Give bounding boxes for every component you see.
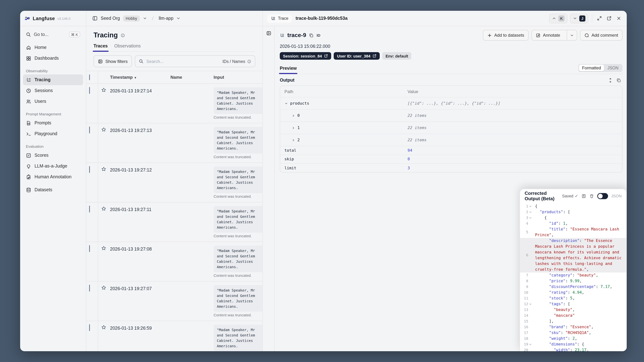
fold-chevron-icon[interactable] [529, 303, 532, 306]
tab-observations[interactable]: Observations [114, 44, 140, 52]
star-icon[interactable] [101, 127, 104, 132]
sidebar-item-home[interactable]: Home [23, 42, 83, 53]
org-chevron-down-icon[interactable] [143, 16, 147, 20]
json-toggle[interactable] [597, 193, 608, 199]
badge-session[interactable]: Session: session_84 [280, 52, 331, 60]
search-scope-label: IDs / Names [222, 59, 245, 64]
row-checkbox[interactable] [89, 285, 90, 292]
search-box[interactable]: IDs / Names [135, 55, 255, 67]
row-checkbox[interactable] [89, 324, 90, 331]
output-row[interactable]: total 94 [280, 146, 622, 155]
row-timestamp: 2026-01-13 19:27:11 [110, 207, 152, 212]
star-icon[interactable] [101, 166, 104, 172]
badge-env[interactable]: Env: default [382, 52, 411, 60]
code-line: 4 "id": 1, [520, 221, 626, 226]
table-row[interactable]: 2026-01-13 19:27:08 "Madam Speaker, Mr a… [86, 242, 263, 281]
star-icon[interactable] [101, 285, 104, 290]
star-icon[interactable] [101, 206, 104, 212]
json-editor[interactable]: 1 { 2 "products": [ 3 { 4 "id": 1, 5 "ti… [520, 203, 626, 351]
panel-left-icon[interactable] [92, 16, 98, 21]
row-name [168, 281, 211, 321]
format-option-json[interactable]: JSON [604, 65, 622, 71]
goto-search[interactable]: Go to... ⌘ K [23, 29, 83, 40]
sidebar-item-prompts[interactable]: Prompts [23, 118, 83, 128]
output-row[interactable]: 2 22 items [280, 134, 622, 146]
add-to-datasets-button[interactable]: Add to datasets [483, 30, 528, 40]
table-row[interactable]: 2026-01-13 19:27:13 "Madam Speaker, Mr a… [86, 123, 263, 163]
close-icon[interactable] [615, 15, 622, 22]
trash-icon[interactable] [589, 194, 594, 198]
org-name[interactable]: Seed Org [101, 16, 120, 21]
sidebar-item-datasets[interactable]: Datasets [23, 184, 83, 195]
line-number: 1 [526, 204, 528, 209]
sidebar-item-playground[interactable]: Playground [23, 128, 83, 139]
column-header-name[interactable]: Name [168, 71, 211, 84]
row-checkbox[interactable] [89, 87, 90, 94]
sidebar-item-llm-as-a-judge[interactable]: LLM-as-a-Judge [23, 161, 83, 172]
table-row[interactable]: 2026-01-13 19:27:11 "Madam Speaker, Mr a… [86, 202, 263, 242]
sidebar-item-dashboards[interactable]: Dashboards [23, 53, 83, 64]
row-name [168, 123, 211, 163]
badge-user-id[interactable]: User ID: user_384 [334, 52, 380, 60]
diff-icon[interactable] [581, 194, 586, 198]
sidebar-item-tracing[interactable]: Tracing [23, 74, 83, 85]
table-row[interactable]: 2026-01-13 19:26:59 "Madam Speaker, Mr a… [86, 321, 263, 351]
fold-chevron-icon[interactable] [529, 211, 532, 214]
sidebar-item-human-annotation[interactable]: Human Annotation [23, 172, 83, 182]
table-row[interactable]: 2026-01-13 19:27:12 "Madam Speaker, Mr a… [86, 163, 263, 202]
project-chevron-down-icon[interactable] [176, 16, 181, 20]
show-filters-button[interactable]: Show filters [94, 55, 132, 67]
fold-chevron-icon[interactable] [529, 343, 532, 346]
search-input[interactable] [146, 59, 220, 64]
json-toggle-label: JSON [611, 194, 622, 198]
line-number: 19 [524, 342, 528, 347]
star-icon[interactable] [101, 246, 104, 251]
project-name[interactable]: llm-app [159, 16, 174, 21]
fold-chevron-icon[interactable] [529, 216, 532, 219]
next-trace-button[interactable]: J [570, 14, 588, 23]
line-number: 20 [524, 347, 528, 351]
row-checkbox[interactable] [89, 166, 90, 173]
search-scope[interactable]: IDs / Names [222, 59, 251, 64]
annotate-dropdown[interactable] [567, 30, 577, 40]
table-row[interactable]: 2026-01-13 19:27:14 "Madam Speaker, Mr a… [86, 84, 263, 123]
output-row[interactable]: limit 3 [280, 164, 622, 172]
select-all-checkbox[interactable] [89, 74, 90, 80]
chevron-right-icon[interactable] [292, 138, 295, 142]
tab-traces[interactable]: Traces [94, 44, 108, 52]
plan-badge[interactable]: Hobby [123, 15, 140, 22]
fold-chevron-icon[interactable] [529, 205, 532, 208]
chevron-right-icon[interactable] [292, 114, 295, 117]
column-header-timestamp[interactable]: Timestamp ▼ [107, 71, 168, 84]
unfold-vertical-icon[interactable] [608, 78, 613, 82]
chevron-right-icon[interactable] [292, 126, 295, 130]
tab-preview[interactable]: Preview [280, 66, 297, 74]
add-comment-button[interactable]: Add comment [580, 30, 622, 40]
prev-trace-button[interactable]: K [549, 14, 568, 23]
output-row[interactable]: products [{"id": ...}, {"id": ...}, {"id… [280, 98, 622, 110]
copy-icon[interactable] [309, 33, 314, 38]
sidebar-item-scores[interactable]: Scores [23, 150, 83, 161]
row-checkbox[interactable] [89, 245, 90, 252]
output-row[interactable]: 1 22 items [280, 122, 622, 134]
row-checkbox[interactable] [89, 206, 90, 212]
open-external-icon[interactable] [606, 15, 613, 22]
sidebar-item-label: Users [34, 99, 46, 104]
column-header-input[interactable]: Input [211, 71, 263, 84]
annotate-button[interactable]: Annotate [532, 30, 564, 40]
maximize-icon[interactable] [596, 15, 603, 22]
panel-open-icon[interactable] [266, 30, 271, 351]
row-name [168, 321, 211, 351]
table-row[interactable]: 2026-01-13 19:27:07 "Madam Speaker, Mr a… [86, 281, 263, 321]
chevron-down-icon[interactable] [284, 102, 288, 105]
output-row[interactable]: 0 22 items [280, 110, 622, 122]
sidebar-item-sessions[interactable]: Sessions [23, 85, 83, 96]
copy-icon[interactable] [616, 78, 621, 82]
info-icon[interactable] [120, 33, 125, 38]
star-icon[interactable] [101, 87, 104, 93]
row-checkbox[interactable] [89, 126, 90, 133]
sidebar-item-users[interactable]: Users [23, 96, 83, 107]
output-row[interactable]: skip 0 [280, 155, 622, 164]
star-icon[interactable] [101, 324, 104, 330]
format-option-formatted[interactable]: Formatted [579, 65, 604, 71]
